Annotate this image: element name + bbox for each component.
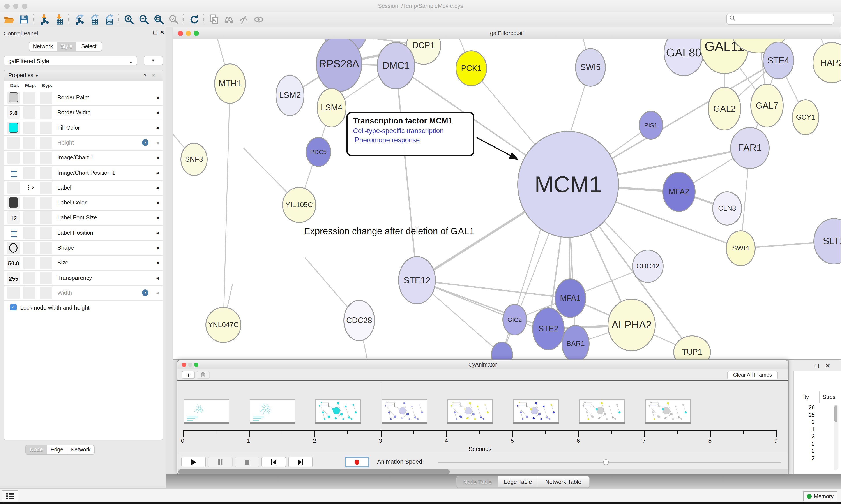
properties-header[interactable]: Properties ▼ » « (4, 71, 162, 82)
expand-row-icon[interactable]: ◀ (156, 246, 159, 250)
network-node-CDC42[interactable]: CDC42 (632, 250, 664, 283)
zoom-out-button[interactable] (138, 13, 150, 25)
network-node-LSM2[interactable]: LSM2 (275, 75, 304, 116)
tab-style[interactable]: Style (56, 42, 76, 51)
delete-frame-button[interactable] (197, 371, 210, 379)
default-cell[interactable] (7, 91, 20, 104)
network-node-SWI4[interactable]: SWI4 (726, 230, 756, 266)
mapping-cell[interactable] (23, 122, 35, 134)
play-button[interactable] (181, 457, 206, 467)
expand-row-icon[interactable]: ◀ (156, 111, 159, 115)
property-row-fill-color[interactable]: Fill Color◀ (4, 120, 162, 136)
network-node-SNF3[interactable]: SNF3 (180, 143, 208, 176)
zoom-in-button[interactable] (123, 13, 135, 25)
mapping-cell[interactable] (23, 107, 35, 119)
mapping-cell[interactable] (23, 257, 35, 269)
property-row-border-paint[interactable]: Border Paint◀ (4, 90, 162, 106)
import-network-button[interactable] (38, 13, 50, 25)
column-header-ity[interactable]: ity (803, 394, 809, 400)
expand-row-icon[interactable]: ◀ (156, 156, 159, 160)
network-node-PDC5[interactable]: PDC5 (306, 137, 331, 167)
export-table-button[interactable] (88, 13, 100, 25)
scrollbar-thumb[interactable] (178, 469, 450, 474)
network-node-STE4[interactable]: STE4 (763, 41, 794, 79)
property-row-image-chart-1[interactable]: Image/Chart 1◀ (4, 150, 162, 165)
network-node-GAL7[interactable]: GAL7 (750, 84, 784, 127)
close-panel-icon[interactable]: ✕ (826, 363, 830, 369)
hide-details-button[interactable] (237, 13, 250, 25)
tab-network-table[interactable]: Network Table (537, 476, 589, 487)
zoom-fit-button[interactable] (153, 13, 165, 25)
info-icon[interactable]: i (142, 139, 148, 146)
mapping-cell[interactable] (23, 137, 35, 149)
style-selector[interactable]: galFiltered Style ▼ (3, 56, 137, 65)
network-node-GIC2[interactable]: GIC2 (502, 304, 527, 336)
column-header-Stres[interactable]: Stres (823, 394, 835, 400)
tab-edge-table[interactable]: Edge Table (498, 476, 537, 487)
network-node-GCY1[interactable]: GCY1 (792, 100, 819, 135)
annotation-link[interactable]: Pheromone response (353, 136, 468, 144)
stop-button[interactable] (235, 457, 259, 467)
color-swatch[interactable] (9, 122, 18, 132)
network-node-CDC28[interactable]: CDC28 (343, 300, 375, 341)
network-node-ALPHA2[interactable]: ALPHA2 (608, 299, 656, 351)
find-button[interactable] (222, 13, 235, 25)
expand-row-icon[interactable]: ◀ (156, 95, 159, 100)
mapping-cell[interactable] (23, 227, 35, 239)
network-node-PIS1[interactable]: PIS1 (639, 111, 663, 140)
mapping-cell[interactable] (23, 167, 35, 179)
close-panel-icon[interactable]: ✕ (160, 29, 164, 35)
expand-row-icon[interactable]: ◀ (156, 261, 159, 265)
bypass-cell[interactable] (40, 272, 52, 284)
property-row-width[interactable]: Widthi◀ (4, 286, 162, 301)
default-cell[interactable] (7, 137, 20, 149)
bypass-cell[interactable] (40, 257, 52, 269)
timeline-frame-3[interactable] (381, 399, 427, 422)
network-node-MCM1[interactable]: MCM1 (517, 131, 619, 238)
property-row-border-width[interactable]: 2.0Border Width◀ (4, 105, 162, 121)
mapping-cell[interactable] (23, 242, 35, 254)
network-node-MFA1[interactable]: MFA1 (555, 278, 586, 318)
network-node-FAR1[interactable]: FAR1 (730, 127, 770, 169)
network-node-DMC1[interactable]: DMC1 (377, 42, 415, 89)
network-node-MFA2[interactable]: MFA2 (662, 172, 696, 212)
open-session-button[interactable] (3, 13, 15, 25)
table-scrollbar[interactable] (834, 404, 838, 470)
animation-speed-slider[interactable] (438, 462, 781, 463)
export-network-button[interactable] (73, 13, 85, 25)
property-row-image-chart-position-1[interactable]: Image/Chart Position 1◀ (4, 165, 162, 181)
default-cell[interactable]: 12 (7, 212, 20, 224)
bypass-cell[interactable] (40, 197, 52, 209)
mapping-cell[interactable] (23, 151, 35, 164)
network-node-YIL105C[interactable]: YIL105C (282, 187, 316, 223)
expand-all-icon[interactable]: » (142, 74, 148, 77)
mapping-cell[interactable] (23, 212, 35, 224)
add-frame-button[interactable]: + (182, 371, 195, 379)
node-attribute-table[interactable]: ityStres2625212222 (793, 371, 841, 474)
timeline-frame-4[interactable] (447, 399, 493, 422)
network-node-STE12[interactable]: STE12 (398, 256, 436, 304)
property-row-label-color[interactable]: Label Color◀ (4, 195, 162, 211)
mapping-cell[interactable] (23, 272, 35, 284)
collapse-all-icon[interactable]: « (151, 74, 157, 77)
mapping-cell[interactable]: ⋮› (23, 182, 35, 194)
timeline-frame-2[interactable] (315, 399, 361, 422)
info-icon[interactable]: i (142, 289, 148, 296)
lock-node-size-checkbox[interactable]: ✓ (10, 304, 17, 310)
network-node-GAL2[interactable]: GAL2 (708, 87, 741, 130)
tab-edge[interactable]: Edge (47, 445, 67, 454)
next-frame-button[interactable] (288, 457, 313, 467)
slider-handle[interactable] (603, 459, 609, 465)
property-row-label[interactable]: ⋮›Label◀ (4, 180, 162, 196)
export-image-button[interactable] (103, 13, 115, 25)
bypass-cell[interactable] (40, 227, 52, 239)
style-options-button[interactable]: ▼ (144, 56, 163, 65)
expand-row-icon[interactable]: ◀ (156, 291, 159, 295)
import-table-button[interactable] (53, 13, 65, 25)
timeline-frame-7[interactable] (645, 399, 691, 422)
timeline-frame-0[interactable] (183, 399, 229, 422)
clear-all-frames-button[interactable]: Clear All Frames (727, 371, 778, 379)
network-node-PCK1[interactable]: PCK1 (455, 50, 487, 86)
bypass-cell[interactable] (40, 287, 52, 299)
default-cell[interactable] (7, 287, 20, 299)
